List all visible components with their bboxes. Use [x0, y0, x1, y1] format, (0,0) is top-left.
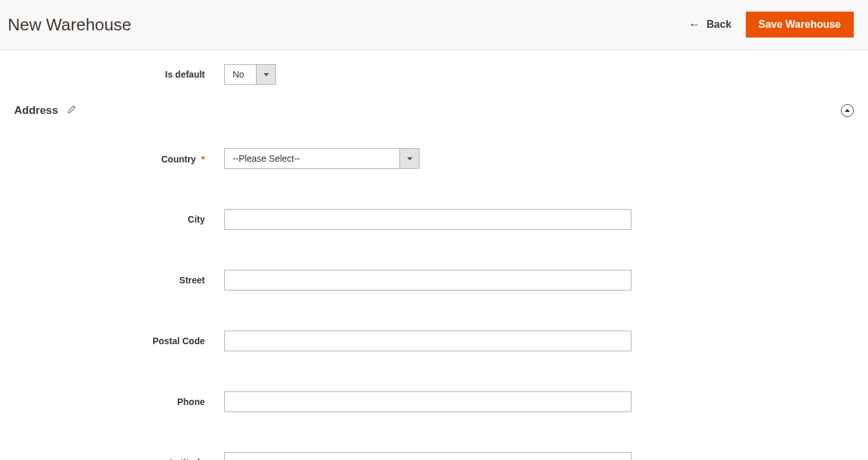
dropdown-caret — [256, 65, 275, 84]
back-button[interactable]: ← Back — [688, 19, 731, 30]
page-header: New Warehouse ← Back Save Warehouse — [0, 0, 868, 50]
latitude-row: Latitude — [14, 443, 854, 460]
street-row: Street — [14, 261, 854, 300]
arrow-left-icon: ← — [688, 19, 700, 30]
address-title-wrap: Address — [14, 104, 76, 117]
street-input[interactable] — [224, 270, 631, 290]
pencil-icon[interactable] — [67, 105, 76, 116]
country-select[interactable]: --Please Select-- — [224, 148, 419, 169]
city-row: City — [14, 200, 854, 239]
address-section-title: Address — [14, 104, 58, 117]
postal-code-row: Postal Code — [14, 322, 854, 360]
is-default-control: No — [224, 64, 276, 85]
chevron-down-icon — [264, 73, 269, 76]
country-value: --Please Select-- — [225, 149, 399, 168]
latitude-input[interactable] — [224, 452, 631, 460]
address-collapse-button[interactable] — [841, 104, 854, 117]
postal-code-input[interactable] — [224, 331, 631, 351]
phone-input[interactable] — [224, 391, 631, 412]
country-row: Country --Please Select-- — [14, 139, 854, 178]
header-actions: ← Back Save Warehouse — [688, 12, 854, 38]
address-section-header: Address — [14, 90, 854, 124]
chevron-up-icon — [845, 109, 850, 112]
page-title: New Warehouse — [8, 15, 131, 35]
phone-label: Phone — [14, 397, 224, 407]
address-section-body: Country --Please Select-- City Street Po… — [14, 124, 854, 460]
city-input[interactable] — [224, 209, 631, 230]
latitude-label: Latitude — [14, 457, 224, 460]
chevron-down-icon — [407, 157, 412, 160]
street-label: Street — [14, 275, 224, 285]
phone-row: Phone — [14, 382, 854, 421]
dropdown-caret — [399, 149, 419, 168]
save-warehouse-button[interactable]: Save Warehouse — [746, 12, 854, 38]
back-button-label: Back — [706, 19, 731, 30]
is-default-row: Is default No — [14, 50, 854, 90]
is-default-value: No — [225, 65, 256, 84]
is-default-label: Is default — [14, 69, 224, 80]
is-default-select[interactable]: No — [224, 64, 276, 85]
city-label: City — [14, 214, 224, 225]
postal-code-label: Postal Code — [14, 336, 224, 346]
country-control: --Please Select-- — [224, 148, 419, 169]
country-label: Country — [14, 153, 224, 164]
content: Is default No Address Country --Please S… — [0, 50, 868, 460]
